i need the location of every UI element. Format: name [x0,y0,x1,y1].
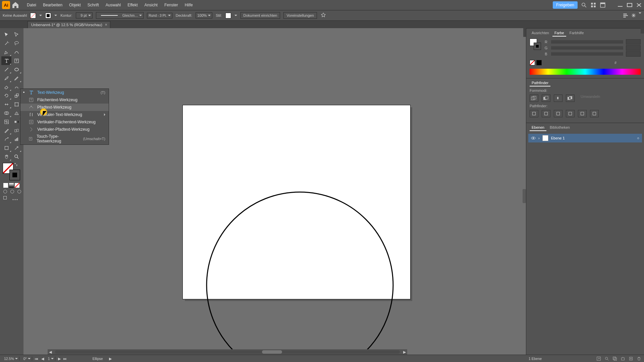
document-tab[interactable]: Unbenannt-1* @ 12.5 % (RGB/Vorschau) × [28,21,110,28]
paintbrush-tool[interactable] [1,74,11,82]
draw-behind-icon[interactable] [10,190,14,193]
horizontal-scrollbar[interactable]: ◀ ▶ [48,349,407,355]
none-small-icon[interactable] [530,60,535,65]
black-small-icon[interactable] [536,60,542,65]
gradient-mode-icon[interactable] [9,183,14,188]
home-icon[interactable] [11,1,19,9]
rotate-view-dropdown[interactable]: 0° [22,357,32,361]
artboard-last-icon[interactable]: ⏭ [63,357,67,361]
merge-icon[interactable] [554,110,562,117]
unite-icon[interactable] [530,95,538,102]
eraser-tool[interactable] [1,82,11,91]
tab-libraries[interactable]: Bibliotheken [548,124,572,131]
fill-swatch[interactable] [30,13,36,18]
draw-normal-icon[interactable] [3,190,7,193]
color-spectrum[interactable] [530,69,641,75]
shape-builder-tool[interactable] [1,109,11,117]
menu-objekt[interactable]: Objekt [66,1,84,9]
selection-tool[interactable] [1,30,11,39]
ellipse-tool[interactable] [11,65,21,74]
transform-panel-icon[interactable] [631,12,637,18]
rotate-tool[interactable] [1,91,11,100]
eyedropper-tool[interactable] [1,126,11,135]
vertical-scrollbar-thumb[interactable] [523,189,526,203]
artboard-prev-icon[interactable]: ◀ [41,357,44,361]
minus-front-icon[interactable] [542,95,550,102]
menu-schrift[interactable]: Schrift [85,1,102,9]
layer-row[interactable]: › Ebene 1 ○ [528,134,642,142]
flyout-item-vertical-path-text[interactable]: Vertikaler-Pfadtext-Werkzeug [20,126,109,133]
menu-ansicht[interactable]: Ansicht [142,1,160,9]
none-mode-icon[interactable] [15,183,19,188]
artboard-index-dropdown[interactable]: 1 [47,357,55,361]
window-close-icon[interactable] [636,3,642,7]
menu-hilfe[interactable]: Hilfe [182,1,196,9]
layer-name[interactable]: Ebene 1 [551,136,565,140]
panel-collapse-grip[interactable] [523,28,526,37]
outline-icon[interactable] [578,110,587,117]
flyout-item-path-text[interactable]: Pfadtext-Werkzeug [20,104,109,111]
magic-wand-tool[interactable] [1,39,11,48]
layer-expand-icon[interactable]: › [538,136,540,140]
edit-toolbar-icon[interactable]: ••• [12,197,18,201]
touch-type-tool[interactable] [11,56,21,65]
tab-color[interactable]: Farbe [552,30,566,37]
menu-auswahl[interactable]: Auswahl [103,1,123,9]
artboard-next-icon[interactable]: ▶ [58,357,61,361]
search-icon[interactable] [581,2,587,8]
preferences-button[interactable]: Voreinstellungen [283,12,317,19]
pencil-tool[interactable] [11,74,21,82]
width-tool[interactable] [1,100,11,109]
opacity-input[interactable]: 100% [196,12,212,18]
draw-inside-icon[interactable] [17,190,21,193]
flyout-item-area-text[interactable]: Flächentext-Werkzeug [20,96,109,104]
color-mode-icon[interactable] [3,183,8,188]
zoom-tool[interactable] [11,152,21,161]
fill-stroke-well[interactable] [3,163,20,180]
b-value-input[interactable] [626,51,641,57]
type-tool[interactable] [1,56,11,65]
crop-icon[interactable] [566,110,575,117]
clip-mask-icon[interactable] [612,356,617,361]
arrange-window-icon[interactable] [600,2,606,8]
divide-icon[interactable] [530,110,538,117]
new-sublayer-icon[interactable] [621,356,625,361]
graphic-style-swatch[interactable] [225,13,231,18]
exclude-icon[interactable] [566,95,575,102]
g-value-input[interactable] [626,45,641,51]
screen-mode-icon[interactable] [3,196,7,199]
brush-def-dropdown[interactable]: Rund - 3 Pt. [147,13,172,18]
tab-colorguide[interactable]: Farbhilfe [568,30,586,37]
status-menu-icon[interactable]: ▶ [109,357,112,361]
rightcol-grip[interactable] [641,28,644,34]
stroke-profile-dropdown[interactable]: Gleichm… [96,12,144,19]
artboard-first-icon[interactable]: ⏮ [35,357,39,361]
zoom-level-dropdown[interactable]: 12.5% [3,357,19,361]
curvature-tool[interactable] [11,48,21,56]
trim-icon[interactable] [542,110,550,117]
canvas[interactable]: ◀ ▶ [23,28,526,355]
new-layer-icon[interactable] [629,356,633,361]
pen-tool[interactable] [1,48,11,56]
window-max-icon[interactable] [627,3,633,7]
layer-export-icon[interactable] [596,356,601,361]
mesh-tool[interactable] [1,117,11,126]
direct-selection-tool[interactable] [11,30,21,39]
minus-back-icon[interactable] [590,110,599,117]
window-min-icon[interactable] [617,3,623,7]
arrange-grid-icon[interactable] [590,2,596,8]
tab-align[interactable]: Ausrichten [530,30,551,37]
flyout-item-touch-type[interactable]: Touch-Type-Textwerkzeug (Umschalt+T) [20,133,109,144]
flyout-item-vertical-text[interactable]: Vertikaler-Text-Werkzeug [20,111,109,118]
hand-tool[interactable] [1,152,11,161]
menu-fenster[interactable]: Fenster [162,1,181,9]
stroke-weight-input[interactable]: 9 pt [76,12,93,18]
flyout-item-text[interactable]: • Text-Werkzeug (T) [20,89,109,96]
delete-layer-icon[interactable] [637,356,641,361]
tab-close-icon[interactable]: × [105,22,107,27]
artboard-tool[interactable] [1,143,11,152]
menu-datei[interactable]: Datei [24,1,39,9]
stroke-swatch[interactable] [45,13,51,18]
symbol-sprayer-tool[interactable] [1,135,11,143]
lasso-tool[interactable] [11,39,21,48]
